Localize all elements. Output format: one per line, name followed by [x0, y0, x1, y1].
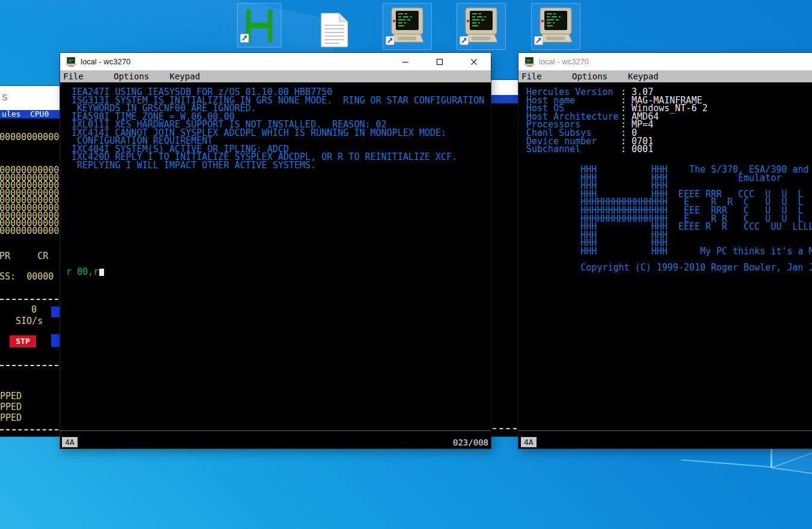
wc3270-app-icon — [66, 57, 76, 67]
device-status-fragment: PPED — [0, 393, 22, 401]
device-status-fragment: PPED — [0, 414, 22, 423]
hercules-panel[interactable]: ules CPU0 00000000000 00000000000 000000… — [0, 110, 60, 436]
terminal-screen[interactable]: IEA247I USING IEASYSDB FOR z/OS 01.10.00… — [60, 82, 491, 448]
maximize-button[interactable] — [422, 53, 457, 70]
wc3270-window-right: local - wc3270 File Options Keypad Hercu… — [518, 53, 812, 448]
text-file-icon — [319, 12, 349, 48]
document-icon[interactable] — [313, 12, 356, 48]
shortcut-arrow-icon — [386, 36, 395, 47]
desktop: 0 S ules CPU0 00000000000 00000000000 00… — [0, 0, 812, 529]
oia-model-indicator: 4A — [62, 437, 78, 447]
shortcut-arrow-icon — [460, 36, 469, 47]
window-title-fragment: S — [2, 93, 7, 102]
oia-model-indicator: 4A — [521, 437, 537, 447]
window-titlebar[interactable]: S — [0, 86, 60, 110]
console-input-line[interactable]: r 00,r — [66, 268, 104, 277]
hercules-ascii-logo: HHH HHH The S/370, ESA/390 and z HHH HHH… — [526, 166, 812, 272]
panel-header-bar: ules CPU0 — [0, 110, 60, 118]
terminal-shortcut-icon-3[interactable] — [531, 3, 580, 50]
wc3270-window-center: local - wc3270 File Options Keypad IEA24… — [60, 53, 491, 448]
console-messages: IEA247I USING IEASYSDB FOR z/OS 01.10.00… — [66, 88, 484, 170]
window-title: local - wc3270 — [81, 57, 131, 66]
terminal-screen[interactable]: Hercules Version Host name Host OS Host … — [518, 82, 812, 448]
pr-cr-row: PR CR — [0, 252, 48, 261]
window-titlebar[interactable]: local - wc3270 — [518, 53, 812, 70]
panel-blue-button[interactable] — [51, 334, 60, 347]
menu-options[interactable]: Options — [570, 70, 609, 82]
shortcut-arrow-icon — [534, 36, 543, 47]
window-title: local - wc3270 — [539, 57, 589, 66]
hercules-console-window-background — [491, 80, 518, 436]
panel-blue-button[interactable] — [51, 307, 60, 317]
text-cursor — [99, 269, 104, 276]
stp-status-badge: STP — [10, 335, 36, 347]
hercules-panel[interactable] — [491, 103, 518, 436]
menu-file[interactable]: File — [61, 70, 85, 82]
address-row: SS: 00000 — [0, 273, 54, 281]
maximize-icon — [435, 58, 444, 66]
minimize-button[interactable] — [388, 53, 422, 70]
terminal-shortcut-icon-1[interactable] — [383, 3, 432, 50]
menu-bar: File Options Keypad — [60, 70, 491, 82]
hercules-info-labels: Hercules Version Host name Host OS Host … — [526, 88, 619, 154]
counter-value: 0 — [31, 306, 37, 314]
close-icon — [470, 58, 478, 66]
menu-options[interactable]: Options — [112, 70, 151, 82]
menu-keypad[interactable]: Keypad — [168, 70, 202, 82]
window-titlebar[interactable] — [491, 80, 518, 95]
hercules-shortcut-icon[interactable] — [237, 3, 281, 47]
close-button[interactable] — [457, 53, 491, 70]
separator-dashed — [0, 365, 58, 366]
wallpaper-glow — [772, 448, 812, 471]
minimize-icon — [401, 58, 410, 66]
wc3270-app-icon — [524, 57, 535, 67]
sio-label: SIO/s — [16, 317, 43, 326]
menu-keypad[interactable]: Keypad — [626, 70, 660, 82]
console-input-text: r 00,r — [66, 266, 99, 277]
panel-header-bar — [491, 95, 518, 103]
register-block: 00000000000 00000000000 00000000000 0000… — [0, 167, 59, 234]
hercules-info-values: : 3.07 : MAG-MAINFRAME : Windows_NT-6 2 … — [621, 88, 708, 154]
wallpaper-beam-left — [681, 459, 772, 468]
menu-file[interactable]: File — [520, 70, 544, 82]
separator-dashed — [0, 429, 58, 430]
oia-cursor-position: 023/008 — [453, 438, 488, 447]
terminal-shortcut-icon-2[interactable] — [457, 3, 506, 50]
hercules-console-window-left: S ules CPU0 00000000000 00000000000 0000… — [0, 86, 60, 436]
oia-separator — [518, 430, 812, 431]
separator-dashed — [0, 299, 58, 300]
separator-dashed — [493, 428, 517, 429]
device-status-fragment: PPED — [0, 403, 22, 412]
menu-bar: File Options Keypad — [518, 70, 812, 82]
window-titlebar[interactable]: local - wc3270 — [60, 53, 491, 70]
register-row: 00000000000 — [0, 133, 59, 142]
shortcut-arrow-icon — [240, 34, 249, 45]
oia-separator — [60, 430, 491, 431]
